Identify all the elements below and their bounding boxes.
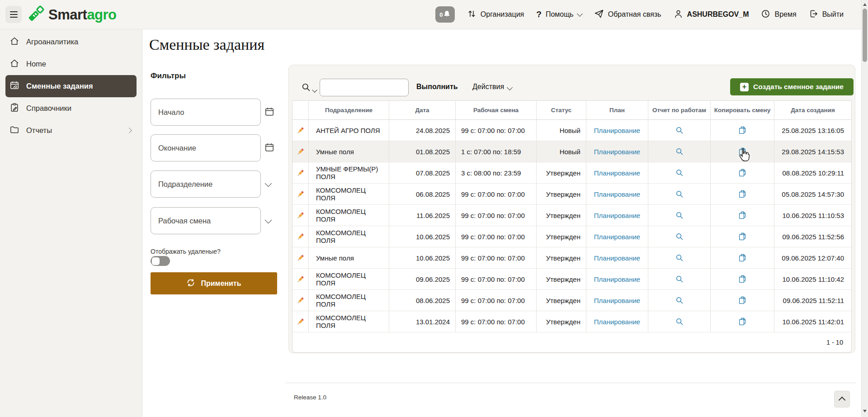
- copy-shift-icon[interactable]: [711, 290, 774, 311]
- chevron-down-icon[interactable]: [265, 180, 272, 187]
- plan-link[interactable]: Планирование: [586, 205, 648, 226]
- division-cell: КОМСОМОЛЕЦ ПОЛЯ: [309, 311, 389, 332]
- execute-button[interactable]: Выполнить: [416, 83, 458, 91]
- column-header[interactable]: Рабочая смена: [456, 101, 537, 120]
- date-cell: 10.06.2025: [389, 226, 456, 247]
- work-shift-select[interactable]: Рабочая смена: [151, 207, 261, 234]
- plan-link[interactable]: Планирование: [586, 226, 648, 247]
- report-search-icon[interactable]: [648, 141, 711, 162]
- edit-pencil-icon[interactable]: [292, 205, 309, 226]
- report-search-icon[interactable]: [648, 269, 711, 290]
- column-header[interactable]: Статус: [537, 101, 586, 120]
- shift-cell: 99 с: 07:00 по: 07:00: [456, 226, 537, 247]
- chevron-right-icon: [126, 128, 132, 133]
- date-cell: 24.08.2025: [389, 120, 456, 141]
- calendar-icon[interactable]: [264, 107, 274, 118]
- report-search-icon[interactable]: [648, 162, 711, 184]
- report-search-icon[interactable]: [648, 247, 711, 269]
- report-search-icon[interactable]: [648, 184, 711, 205]
- sidebar-item-home[interactable]: Home: [0, 53, 142, 75]
- plan-link[interactable]: Планирование: [586, 184, 648, 205]
- logo[interactable]: Smartagro: [27, 4, 117, 26]
- report-search-icon[interactable]: [648, 226, 711, 247]
- edit-pencil-icon[interactable]: [292, 162, 309, 184]
- edit-pencil-icon[interactable]: [292, 184, 309, 205]
- plan-link[interactable]: Планирование: [586, 120, 648, 141]
- status-cell: Утвержден: [537, 162, 586, 184]
- folder-icon: [9, 125, 19, 137]
- plan-link[interactable]: Планирование: [586, 290, 648, 311]
- topbar-item-user[interactable]: ASHURBEGOV_M: [674, 9, 749, 20]
- edit-pencil-icon[interactable]: [292, 141, 309, 162]
- plan-link[interactable]: Планирование: [586, 311, 648, 332]
- edit-pencil-icon[interactable]: [292, 247, 309, 269]
- report-search-icon[interactable]: [648, 120, 711, 141]
- edit-pencil-icon[interactable]: [292, 311, 309, 332]
- sidebar-item-shift-tasks[interactable]: Сменные задания: [5, 75, 137, 97]
- topbar-item-organization[interactable]: Организация: [467, 9, 524, 20]
- report-search-icon[interactable]: [648, 205, 711, 226]
- copy-shift-icon[interactable]: [711, 226, 774, 247]
- report-search-icon[interactable]: [648, 290, 711, 311]
- scrollbar-down-arrow[interactable]: [863, 410, 867, 412]
- shift-cell: 1 с: 07:00 по: 18:59: [456, 141, 537, 162]
- notifications-button[interactable]: 0: [435, 6, 455, 23]
- chevron-down-icon[interactable]: [265, 217, 272, 224]
- sidebar-item-reports[interactable]: Отчеты: [0, 119, 142, 142]
- copy-shift-icon[interactable]: [711, 162, 774, 184]
- scrollbar-thumb[interactable]: [863, 9, 867, 62]
- plan-link[interactable]: Планирование: [586, 162, 648, 184]
- date-start-input[interactable]: [151, 99, 261, 126]
- topbar-item-time[interactable]: Время: [761, 9, 796, 20]
- topbar-item-help[interactable]: ?Помощь: [536, 9, 581, 19]
- create-shift-task-button[interactable]: + Создать сменное задание: [730, 78, 854, 95]
- column-header[interactable]: Дата создания: [774, 101, 851, 120]
- chevron-down-icon: [507, 85, 513, 90]
- sidebar-item-agroanalytics[interactable]: Агроаналитика: [0, 31, 142, 53]
- sidebar-item-directories[interactable]: Справочники: [0, 97, 142, 119]
- notification-count: 0: [439, 11, 443, 18]
- report-search-icon[interactable]: [648, 311, 711, 332]
- division-select[interactable]: Подразделение: [151, 171, 261, 198]
- copy-shift-icon[interactable]: [711, 247, 774, 269]
- actions-menu-button[interactable]: Действия: [472, 83, 512, 91]
- copy-shift-icon[interactable]: [711, 141, 774, 162]
- chevron-down-icon: [312, 87, 317, 92]
- edit-pencil-icon[interactable]: [292, 120, 309, 141]
- plan-link[interactable]: Планирование: [586, 141, 648, 162]
- column-header[interactable]: Копировать смену: [711, 101, 774, 120]
- copy-shift-icon[interactable]: [711, 184, 774, 205]
- edit-pencil-icon[interactable]: [292, 269, 309, 290]
- column-header[interactable]: [292, 101, 309, 120]
- copy-shift-icon[interactable]: [711, 269, 774, 290]
- hamburger-menu-button[interactable]: [5, 6, 22, 23]
- date-end-input[interactable]: [151, 134, 261, 161]
- table-search-button[interactable]: [301, 82, 316, 94]
- calendar-icon[interactable]: [264, 142, 274, 154]
- edit-pencil-icon[interactable]: [292, 290, 309, 311]
- plan-link[interactable]: Планирование: [586, 247, 648, 269]
- plan-link[interactable]: Планирование: [586, 269, 648, 290]
- scroll-to-top-button[interactable]: [834, 391, 850, 408]
- column-header[interactable]: Дата: [389, 101, 456, 120]
- apply-button[interactable]: Применить: [151, 272, 277, 294]
- edit-pencil-icon[interactable]: [292, 226, 309, 247]
- footer-divider: [285, 383, 856, 383]
- swap-vertical-icon: [467, 9, 476, 20]
- window-scrollbar[interactable]: [861, 0, 868, 417]
- topbar-item-logout[interactable]: Выйти: [809, 9, 844, 20]
- status-cell: Утвержден: [537, 247, 586, 269]
- copy-shift-icon[interactable]: [711, 311, 774, 332]
- table-search-input[interactable]: [320, 79, 409, 96]
- copy-shift-icon[interactable]: [711, 205, 774, 226]
- topbar-item-feedback[interactable]: Обратная связь: [594, 9, 661, 20]
- shift-cell: 99 с: 07:00 по: 07:00: [456, 247, 537, 269]
- column-header[interactable]: План: [586, 101, 648, 120]
- column-header[interactable]: Отчет по работам: [648, 101, 711, 120]
- column-header[interactable]: Подразделение: [309, 101, 389, 120]
- scrollbar-up-arrow[interactable]: [863, 3, 867, 6]
- status-cell: Утвержден: [537, 205, 586, 226]
- shift-cell: 99 с: 07:00 по: 07:00: [456, 184, 537, 205]
- show-deleted-toggle[interactable]: [151, 256, 170, 266]
- copy-shift-icon[interactable]: [711, 120, 774, 141]
